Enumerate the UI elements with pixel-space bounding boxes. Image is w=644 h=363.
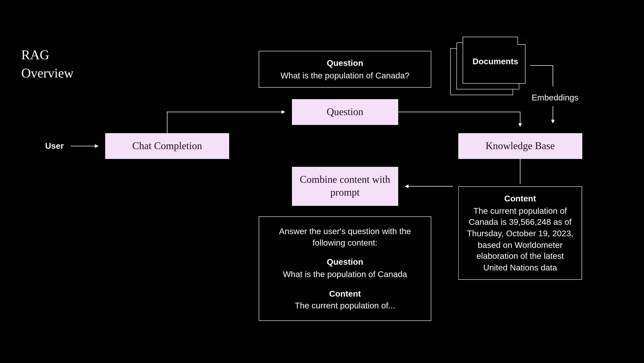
prompt-intro: Answer the user's question with the foll… — [272, 226, 418, 248]
prompt-q-text: What is the population of Canada — [272, 269, 418, 280]
diagram-canvas: RAG Overview User Embeddings Documents C… — [0, 0, 644, 361]
embeddings-label: Embeddings — [532, 93, 578, 103]
title-line-1: RAG — [21, 48, 49, 62]
title-line-2: Overview — [21, 65, 74, 80]
page-title: RAG Overview — [21, 46, 74, 82]
prompt-c-text: The current population of... — [272, 300, 418, 311]
prompt-c-header: Content — [272, 288, 418, 299]
content-text: The current population of Canada is 39,5… — [467, 205, 574, 273]
prompt-q-header: Question — [272, 256, 418, 268]
user-label: User — [45, 141, 64, 151]
node-question: Question — [292, 99, 398, 125]
question-text: What is the population of Canada? — [267, 70, 423, 81]
content-header: Content — [467, 193, 574, 204]
node-combine: Combine content with prompt — [292, 167, 398, 206]
node-knowledge-base: Knowledge Base — [458, 133, 582, 159]
node-chat-completion: Chat Completion — [105, 133, 229, 159]
content-detail-box: Content The current population of Canada… — [458, 186, 582, 280]
documents-label: Documents — [469, 57, 522, 66]
question-header: Question — [267, 58, 423, 69]
question-detail-box: Question What is the population of Canad… — [259, 51, 431, 88]
prompt-detail-box: Answer the user's question with the foll… — [259, 216, 431, 321]
